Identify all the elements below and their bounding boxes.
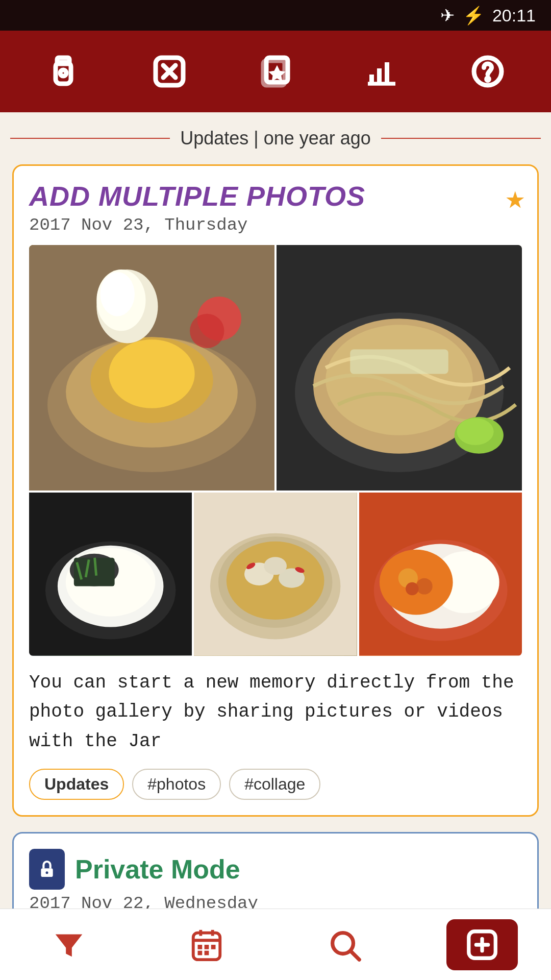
svg-line-64 — [351, 951, 359, 960]
calendar-nav-button[interactable] — [171, 919, 242, 970]
svg-point-50 — [416, 578, 432, 595]
lock-icon — [29, 849, 65, 890]
svg-point-25 — [457, 418, 494, 445]
header-line-left — [10, 138, 170, 139]
svg-point-8 — [487, 78, 489, 81]
add-nav-button[interactable] — [446, 919, 518, 970]
svg-rect-60 — [211, 945, 216, 949]
tag-updates[interactable]: Updates — [29, 769, 124, 800]
svg-point-16 — [100, 272, 134, 316]
svg-rect-62 — [205, 950, 209, 955]
svg-rect-61 — [198, 950, 203, 955]
svg-rect-59 — [205, 945, 209, 949]
chart-nav-button[interactable] — [356, 46, 407, 97]
svg-point-13 — [109, 340, 194, 409]
tags-container: Updates #photos #collage — [29, 769, 522, 800]
photo-2 — [277, 245, 522, 491]
top-nav — [0, 31, 551, 112]
updates-card: ADD MULTIPLE PHOTOS 2017 Nov 23, Thursda… — [12, 164, 539, 817]
card-description: You can start a new memory directly from… — [29, 668, 522, 756]
svg-point-18 — [190, 314, 224, 348]
clock: 20:11 — [492, 6, 536, 26]
photo-3 — [29, 493, 192, 655]
svg-point-38 — [227, 542, 324, 620]
tag-collage[interactable]: #collage — [229, 769, 320, 800]
svg-point-51 — [406, 582, 419, 596]
svg-rect-23 — [350, 350, 448, 374]
battery-icon: ⚡ — [463, 5, 484, 26]
star-icon[interactable]: ★ — [505, 178, 525, 218]
header-line-right — [381, 138, 541, 139]
filter-nav-button[interactable] — [33, 919, 105, 970]
svg-point-2 — [60, 70, 66, 76]
jar-nav-button[interactable] — [38, 46, 89, 97]
cards-container: ADD MULTIPLE PHOTOS 2017 Nov 23, Thursda… — [0, 159, 551, 980]
photo-5 — [359, 493, 522, 655]
star-cards-nav-button[interactable] — [250, 46, 301, 97]
card-date: 2017 Nov 23, Thursday — [29, 215, 522, 235]
photo-grid — [29, 245, 522, 655]
section-title: Updates | one year ago — [180, 128, 371, 149]
svg-point-41 — [264, 557, 287, 575]
help-nav-button[interactable] — [462, 46, 513, 97]
bottom-nav — [0, 909, 551, 980]
status-bar: ✈ ⚡ 20:11 — [0, 0, 551, 31]
airplane-icon: ✈ — [440, 5, 455, 26]
photo-1 — [29, 245, 274, 491]
card-title: ADD MULTIPLE PHOTOS — [29, 181, 522, 211]
photo-4 — [194, 493, 357, 655]
search-nav-button[interactable] — [309, 919, 380, 970]
svg-point-53 — [46, 871, 48, 874]
svg-rect-58 — [198, 945, 203, 949]
section-header: Updates | one year ago — [0, 112, 551, 159]
shuffle-nav-button[interactable] — [144, 46, 195, 97]
card2-title: Private Mode — [29, 849, 522, 890]
tag-photos[interactable]: #photos — [132, 769, 221, 800]
